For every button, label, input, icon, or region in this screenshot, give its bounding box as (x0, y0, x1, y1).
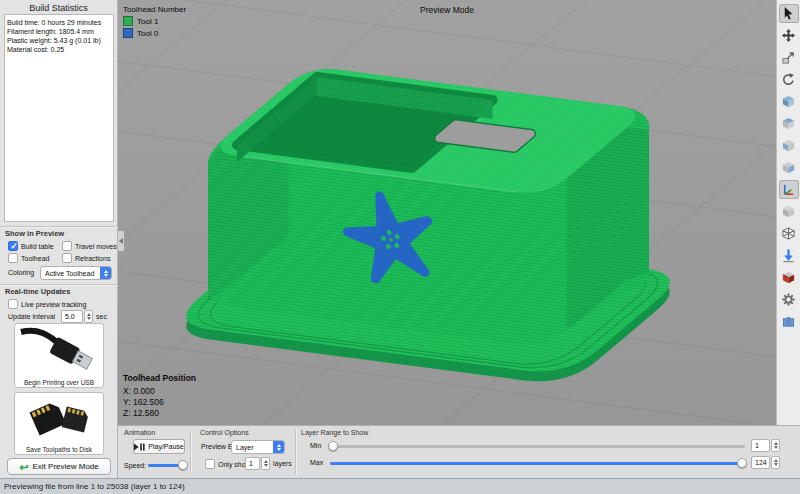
speed-slider[interactable] (148, 464, 186, 467)
min-layer-stepper[interactable] (771, 439, 780, 452)
update-interval-label: Update interval (8, 313, 55, 320)
divider (295, 429, 296, 475)
checkbox-box (8, 299, 18, 309)
tool0-color-swatch (123, 28, 133, 38)
play-pause-button[interactable]: Play/Pause (133, 439, 185, 454)
checkbox-build-table[interactable]: Build table (8, 241, 54, 251)
usb-cable-icon (19, 326, 99, 374)
3d-viewport[interactable]: Toolhead Number Tool 1 Tool 0 Preview Mo… (118, 0, 776, 425)
legend-item-tool0: Tool 0 (123, 28, 186, 38)
checkbox-live-preview-tracking[interactable]: Live preview tracking (8, 299, 86, 309)
stat-filament-length: Filament length: 1805.4 mm (7, 27, 111, 36)
wireframe-cube-icon (781, 226, 796, 241)
min-label: Min (310, 442, 321, 449)
settings-gear-button[interactable] (779, 290, 799, 309)
select-tool-button[interactable] (779, 4, 799, 23)
max-layer-field[interactable]: 124 (751, 456, 770, 469)
checkbox-box (8, 253, 18, 263)
cross-section-icon (781, 270, 796, 285)
preview-by-dropdown[interactable]: Layer (231, 440, 285, 454)
layer-bars-icon (781, 314, 796, 329)
view-default-button[interactable] (779, 92, 799, 111)
legend-item-tool1: Tool 1 (123, 16, 186, 26)
wireframe-view-button[interactable] (779, 224, 799, 243)
cube-front-view-icon (781, 138, 796, 153)
dropdown-stepper-icon (100, 267, 111, 279)
gear-icon (781, 292, 796, 307)
rotate-icon (781, 72, 796, 87)
min-layer-slider[interactable] (330, 445, 745, 448)
show-models-button[interactable] (779, 202, 799, 221)
sidebar: Build Statistics Build time: 0 hours 29 … (0, 0, 118, 478)
min-slider-knob[interactable] (328, 441, 338, 451)
preview-controls-bar: Animation Play/Pause Speed: Control Opti… (118, 425, 800, 478)
drop-to-table-button[interactable] (779, 246, 799, 265)
view-top-button[interactable] (779, 114, 799, 133)
scale-icon (781, 50, 796, 65)
cross-section-button[interactable] (779, 268, 799, 287)
build-statistics-title: Build Statistics (0, 0, 117, 12)
max-layer-stepper[interactable] (771, 456, 780, 469)
view-front-button[interactable] (779, 136, 799, 155)
stat-build-time: Build time: 0 hours 29 minutes (7, 18, 111, 27)
max-slider-knob[interactable] (737, 458, 747, 468)
begin-printing-usb-button[interactable]: Begin Printing over USB (14, 323, 104, 388)
checkbox-retractions[interactable]: Retractions (62, 253, 110, 263)
toolhead-y: Y: 162.506 (123, 397, 196, 408)
move-tool-button[interactable] (779, 26, 799, 45)
speed-label: Speed: (124, 462, 146, 469)
tool1-color-swatch (123, 16, 133, 26)
rotate-tool-button[interactable] (779, 70, 799, 89)
axes-icon (781, 182, 796, 197)
model-handle-slot (439, 124, 531, 148)
save-toolpaths-button[interactable]: Save Toolpaths to Disk (14, 392, 104, 455)
checkbox-box (62, 253, 72, 263)
down-arrow-icon (781, 248, 796, 263)
toolhead-position-readout: Toolhead Position X: 0.000 Y: 162.506 Z:… (123, 373, 196, 419)
stat-plastic-weight: Plastic weight: 5.43 g (0.01 lb) (7, 36, 111, 45)
divider (0, 284, 118, 285)
checkbox-travel-moves[interactable]: Travel moves (62, 241, 117, 251)
cube-side-view-icon (781, 160, 796, 175)
update-interval-unit: sec (96, 313, 107, 320)
toolhead-z: Z: 12.580 (123, 408, 196, 419)
exit-preview-mode-button[interactable]: ↩ Exit Preview Mode (7, 458, 111, 475)
checkbox-box (205, 459, 215, 469)
build-statistics-box: Build time: 0 hours 29 minutes Filament … (4, 14, 114, 222)
speed-slider-knob[interactable] (178, 460, 188, 470)
back-arrow-icon: ↩ (19, 462, 28, 472)
3d-model-render (118, 0, 776, 425)
checkbox-toolhead[interactable]: Toolhead (8, 253, 49, 263)
coloring-label: Coloring (8, 269, 34, 276)
toolhead-x: X: 0.000 (123, 386, 196, 397)
play-pause-icon (134, 443, 145, 451)
control-options-section-label: Control Options (200, 429, 249, 436)
divider (0, 226, 118, 227)
layer-bars-button[interactable] (779, 312, 799, 331)
cube-top-view-icon (781, 116, 796, 131)
cube-gray-icon (781, 204, 796, 219)
only-show-layers-field[interactable]: 1 (245, 457, 260, 470)
preview-mode-title: Preview Mode (118, 5, 776, 15)
checkbox-only-show[interactable]: Only show (205, 459, 251, 469)
view-side-button[interactable] (779, 158, 799, 177)
min-layer-field[interactable]: 1 (751, 439, 770, 452)
only-show-layers-stepper[interactable] (261, 457, 270, 470)
dropdown-stepper-icon (273, 441, 284, 453)
scale-tool-button[interactable] (779, 48, 799, 67)
sd-card-icon (19, 395, 99, 441)
show-in-preview-header: Show in Preview (5, 229, 64, 238)
coordinate-axes-button[interactable] (779, 180, 799, 199)
update-interval-stepper[interactable] (84, 310, 93, 323)
cursor-icon (781, 6, 796, 21)
sidebar-collapse-handle[interactable] (118, 230, 125, 252)
view-toolbar (776, 0, 800, 425)
update-interval-field[interactable]: 5.0 (61, 310, 83, 323)
coloring-dropdown[interactable]: Active Toolhead (40, 266, 112, 280)
max-layer-slider[interactable] (330, 462, 745, 465)
checkbox-box (8, 241, 18, 251)
status-bar: Previewing file from line 1 to 25038 (la… (0, 478, 800, 494)
cube-iso-icon (781, 94, 796, 109)
realtime-updates-header: Real-time Updates (5, 287, 70, 296)
app-window: Build Statistics Build time: 0 hours 29 … (0, 0, 800, 494)
